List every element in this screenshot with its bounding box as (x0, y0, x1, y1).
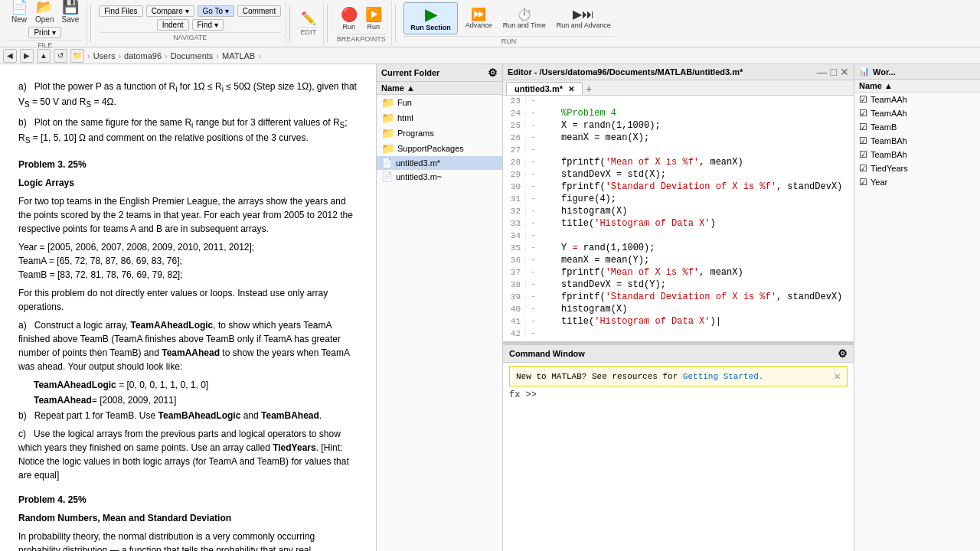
code-line-41: 41 - title('Histogram of Data X')| (503, 316, 854, 328)
code-line-38: 38 - standDevX = std(Y); (503, 279, 854, 292)
folder-item-fun[interactable]: 📁 Fun (377, 95, 502, 110)
folder-item-programs[interactable]: 📁 Programs (377, 126, 502, 141)
code-line-26: 26 - meanX = mean(X); (503, 132, 854, 145)
document-panel: a) Plot the power P as a function of Ri … (0, 64, 377, 551)
breakpoints-button[interactable]: 🔴 Run (338, 5, 361, 32)
code-line-34: 34 - (503, 230, 854, 243)
toolbar-edit-group: ✏️ EDIT (293, 2, 324, 45)
comment-button[interactable]: Comment (237, 5, 281, 17)
file-icon-untitled3m: 📄 (381, 158, 393, 168)
ws-icon-1: ☑ (859, 94, 867, 105)
problem3-header: Problem 3. 25% (18, 158, 358, 171)
workspace-item-teamaah1[interactable]: ☑ TeamAAh (854, 93, 980, 106)
folder-icon-fun: 📁 (381, 96, 394, 109)
breadcrumb-matlab[interactable]: MATLAB (222, 51, 255, 60)
code-line-42: 42 - (503, 328, 854, 341)
print-button[interactable]: Print ▾ (28, 27, 60, 38)
editor-panel: Editor - /Users/datoma96/Documents/MATLA… (503, 64, 854, 551)
advance-button[interactable]: ⏩ Advance (462, 5, 495, 31)
run-and-advance-button[interactable]: ▶⏭ Run and Advance (554, 5, 614, 31)
command-settings-icon[interactable]: ⚙ (838, 347, 848, 360)
main-area: a) Plot the power P as a function of Ri … (0, 64, 980, 551)
indent-button[interactable]: Indent (157, 19, 189, 31)
folder-item-untitled3m-tilde[interactable]: 📄 untitled3.m~ (377, 170, 502, 184)
compare-button[interactable]: Compare ▾ (146, 5, 194, 17)
editor-title-bar: Editor - /Users/datoma96/Documents/MATLA… (503, 64, 854, 80)
ws-icon-7: ☑ (859, 177, 867, 187)
goto-button[interactable]: Go To ▾ (198, 5, 234, 17)
folder-item-untitled3m[interactable]: 📄 untitled3.m* (377, 156, 502, 170)
find-button[interactable]: Find ▾ (192, 19, 224, 31)
workspace-item-teamb[interactable]: ☑ TeamB (854, 120, 980, 134)
command-body[interactable]: New to MATLAB? See resources for Getting… (503, 363, 854, 551)
editor-close-icon[interactable]: ✕ (840, 66, 849, 78)
getting-started-link[interactable]: Getting Started. (683, 372, 764, 381)
command-prompt-line: fx >> (509, 390, 848, 400)
toolbar-breakpoints-group: 🔴 Run ▶️ Run BREAKPOINTS (331, 2, 392, 45)
tab-add-icon[interactable]: + (583, 83, 595, 95)
toolbar-file-group: 📄 New 📂 Open 💾 Save Print ▾ FILE (3, 2, 87, 45)
save-button[interactable]: 💾 Save (58, 0, 82, 25)
code-line-33: 33 - title('Histogram of Data X') (503, 218, 854, 230)
workspace-item-teambah2[interactable]: ☑ TeamBAh (854, 148, 980, 161)
workspace-item-teambah1[interactable]: ☑ TeamBAh (854, 134, 980, 148)
editor-maximize-icon[interactable]: □ (831, 66, 837, 78)
code-line-40: 40 - histogram(X) (503, 304, 854, 316)
folder-settings-icon[interactable]: ⚙ (488, 67, 498, 79)
workspace-header: 📊 Wor... (854, 64, 980, 80)
code-line-27: 27 - (503, 145, 854, 157)
run-section-icon: ▶ (425, 5, 436, 24)
code-line-29: 29 - standDevX = std(X); (503, 169, 854, 181)
breadcrumb-documents[interactable]: Documents (171, 51, 214, 60)
editor-code-area[interactable]: 23 - 24 - %Problem 4 25 - X = randn(1,10… (503, 96, 854, 341)
editor-title-icons: — □ ✕ (817, 66, 849, 78)
code-line-24: 24 - %Problem 4 (503, 108, 854, 120)
navigate-label: NAVIGATE (99, 32, 281, 41)
save-icon: 💾 (62, 0, 79, 14)
command-area: Command Window ⚙ New to MATLAB? See reso… (503, 344, 854, 551)
advance-icon: ⏩ (471, 7, 486, 21)
command-header: Command Window ⚙ (503, 345, 854, 363)
edit-label: EDIT (298, 27, 318, 36)
workspace-panel: 📊 Wor... Name ▲ ☑ TeamAAh ☑ TeamAAh ☑ Te… (854, 64, 980, 551)
run-button[interactable]: ▶️ Run (362, 5, 385, 32)
find-files-button[interactable]: Find Files (99, 5, 142, 17)
problem4-header: Problem 4. 25% (18, 493, 358, 507)
workspace-col-header: Name ▲ (854, 80, 980, 93)
code-line-37: 37 - fprintf('Mean of X is %f', meanX) (503, 267, 854, 279)
info-close-button[interactable]: ✕ (835, 370, 841, 383)
tab-close-icon[interactable]: ✕ (568, 85, 574, 93)
editor-title: Editor - /Users/datoma96/Documents/MATLA… (508, 67, 743, 77)
code-line-39: 39 - fprintf('Standard Deviation of X is… (503, 292, 854, 304)
run-label: RUN (403, 36, 614, 45)
folder-item-html[interactable]: 📁 html (377, 110, 502, 126)
problem4-sub: Random Numbers, Mean and Standard Deviat… (18, 511, 358, 525)
refresh-button[interactable]: ↺ (54, 49, 67, 63)
breadcrumb-datoma96[interactable]: datoma96 (124, 51, 162, 60)
ws-icon-2: ☑ (859, 108, 867, 119)
forward-button[interactable]: ▶ (20, 49, 34, 63)
folder-item-supportpackages[interactable]: 📁 SupportPackages (377, 141, 502, 156)
toolbar: 📄 New 📂 Open 💾 Save Print ▾ FILE Find Fi… (0, 0, 980, 47)
code-line-28: 28 - fprintf('Mean of X is %f', meanX) (503, 157, 854, 169)
run-section-button[interactable]: ▶ Run Section (403, 2, 458, 34)
new-button[interactable]: 📄 New (8, 0, 31, 25)
up-button[interactable]: ▲ (37, 49, 51, 63)
breadcrumb-users[interactable]: Users (93, 51, 116, 60)
open-button[interactable]: 📂 Open (32, 0, 57, 25)
back-button[interactable]: ◀ (3, 49, 17, 63)
workspace-item-teamaah2[interactable]: ☑ TeamAAh (854, 106, 980, 120)
ws-icon-4: ☑ (859, 135, 867, 146)
problem3-sub: Logic Arrays (18, 176, 358, 190)
folder-icon-support: 📁 (381, 142, 394, 155)
editor-minimize-icon[interactable]: — (817, 66, 828, 78)
editor-tab-untitled3m[interactable]: untitled3.m* ✕ (506, 82, 583, 95)
run-and-time-button[interactable]: ⏱️ Run and Time (500, 5, 549, 31)
open-icon: 📂 (36, 0, 53, 14)
workspace-item-tiedyears[interactable]: ☑ TiedYears (854, 161, 980, 175)
folder-icon: 📁 (70, 49, 84, 63)
info-banner: New to MATLAB? See resources for Getting… (509, 366, 848, 386)
code-line-36: 36 - meanX = mean(Y); (503, 255, 854, 267)
workspace-item-year[interactable]: ☑ Year (854, 175, 980, 189)
code-line-32: 32 - histogram(X) (503, 206, 854, 218)
